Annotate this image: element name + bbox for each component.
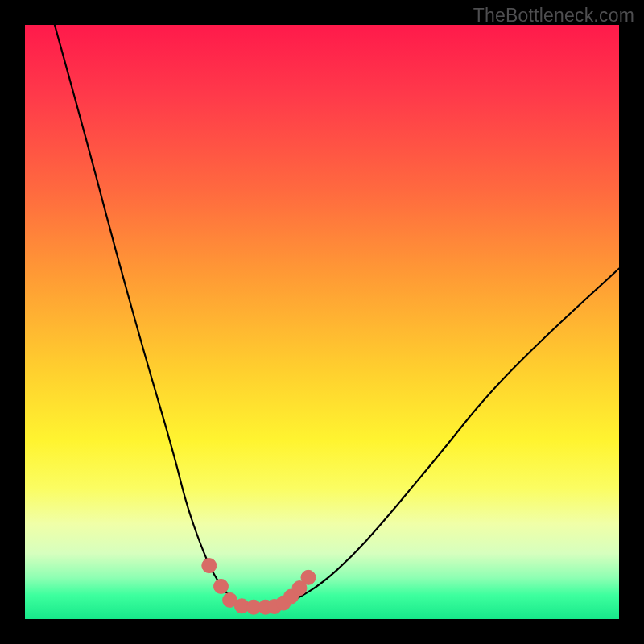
- watermark-text: TheBottleneck.com: [473, 5, 634, 27]
- bottleneck-curve: [55, 25, 619, 607]
- bottleneck-curve-svg: [25, 25, 619, 619]
- chart-frame: TheBottleneck.com: [0, 0, 644, 644]
- curve-marker: [214, 579, 229, 593]
- curve-marker: [301, 570, 316, 584]
- curve-markers: [202, 559, 316, 615]
- plot-area: [25, 25, 619, 619]
- curve-marker: [202, 559, 217, 573]
